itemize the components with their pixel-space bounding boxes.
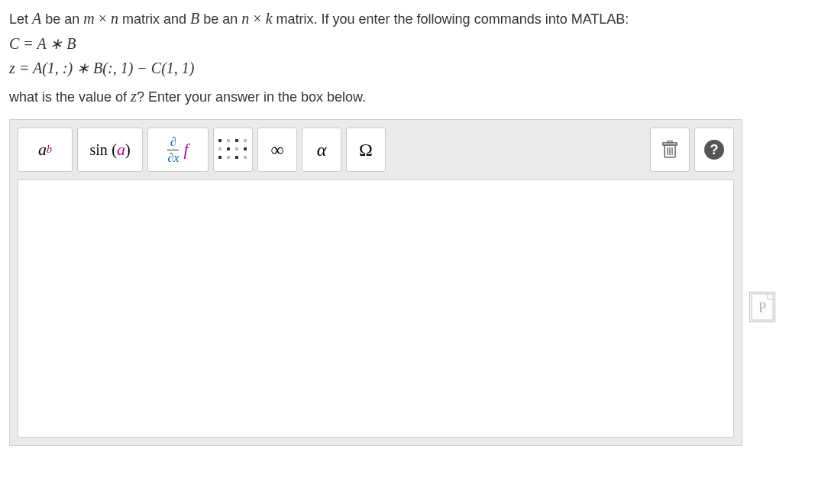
equation-1: C = A ∗ B <box>9 32 819 55</box>
var-n2: n <box>241 10 249 27</box>
paren-r: ) <box>125 141 131 159</box>
var-B: B <box>190 10 199 27</box>
trig-button[interactable]: sin (a) <box>77 128 143 172</box>
times-op: × <box>249 10 265 27</box>
answer-input[interactable] <box>18 179 734 438</box>
svg-rect-5 <box>668 141 672 144</box>
q-text: matrix. If you enter the following comma… <box>273 11 629 27</box>
q-text: Let <box>9 11 32 27</box>
exponent-superscript: b <box>47 144 52 156</box>
exponent-base: a <box>38 140 47 160</box>
deriv-den: ∂x <box>167 150 179 164</box>
help-icon: ? <box>704 140 724 160</box>
var-z: z <box>131 88 137 105</box>
prompt-prefix: what is the value of <box>9 89 131 105</box>
q-text: matrix and <box>118 11 190 27</box>
var-m: m <box>83 10 94 27</box>
equation-editor: ab sin (a) ∂ ∂x f ∞ α <box>9 119 742 446</box>
prompt-line: what is the value of z? Enter your answe… <box>9 84 819 108</box>
derivative-icon: ∂ ∂x f <box>167 136 188 164</box>
sin-arg: a <box>117 140 125 160</box>
equation-side-icon[interactable]: P <box>749 292 775 322</box>
clear-button[interactable] <box>650 128 690 172</box>
deriv-num: ∂ <box>170 136 176 150</box>
infinity-icon: ∞ <box>270 140 283 160</box>
infinity-button[interactable]: ∞ <box>257 128 297 172</box>
var-n: n <box>111 10 118 27</box>
prompt-suffix: ? Enter your answer in the box below. <box>137 89 366 105</box>
sin-label: sin <box>89 141 107 159</box>
help-button[interactable]: ? <box>694 128 734 172</box>
omega-button[interactable]: Ω <box>346 128 386 172</box>
trash-icon <box>661 141 678 159</box>
var-k: k <box>266 10 273 27</box>
editor-toolbar: ab sin (a) ∂ ∂x f ∞ α <box>18 128 734 172</box>
q-text: be an <box>199 11 241 27</box>
equation-2: z = A(1, :) ∗ B(:, 1) − C(1, 1) <box>9 57 819 79</box>
times-op: × <box>95 10 111 27</box>
exponent-button[interactable]: ab <box>18 128 73 172</box>
paren-l: ( <box>112 141 117 159</box>
alpha-icon: α <box>317 140 327 160</box>
deriv-f: f <box>183 140 188 160</box>
derivative-button[interactable]: ∂ ∂x f <box>147 128 209 172</box>
omega-icon: Ω <box>359 140 373 160</box>
question-text: Let A be an m × n matrix and B be an n ×… <box>9 6 819 108</box>
matrix-icon <box>218 139 248 160</box>
q-text: be an <box>41 11 83 27</box>
var-A: A <box>32 10 41 27</box>
matrix-button[interactable] <box>213 128 253 172</box>
svg-text:P: P <box>758 300 766 315</box>
alpha-button[interactable]: α <box>302 128 341 172</box>
